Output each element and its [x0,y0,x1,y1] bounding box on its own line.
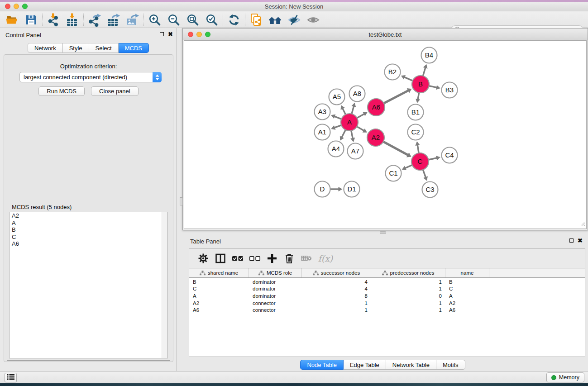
edge-A-A1[interactable] [335,125,341,128]
graph-node-D1[interactable]: D1 [344,181,360,197]
table-cell[interactable]: 1 [371,286,445,291]
result-list-item[interactable]: C [10,234,167,241]
edge-B-B2[interactable] [404,77,412,81]
tab-edge-table[interactable]: Edge Table [344,360,386,370]
result-list-item[interactable]: A2 [10,212,167,219]
import-table-button[interactable] [63,13,82,27]
table-cell[interactable]: 4 [302,286,371,291]
close-table-panel-icon[interactable]: ✖ [578,238,583,243]
graph-node-D[interactable]: D [315,181,330,197]
edge-A-A3[interactable] [335,116,342,119]
table-cell[interactable]: A [445,293,489,299]
graph-node-C2[interactable]: C2 [408,124,424,140]
edge-C-C4[interactable] [429,158,437,160]
network-canvas[interactable]: B4B2BB3A5A8A6A3AB1A1A2C2A4A7CC4C1C3DD1 [184,40,587,229]
table-cell[interactable]: C [445,286,489,291]
optimization-criterion-select[interactable]: largest connected component (directed) [19,72,162,82]
table-cell[interactable]: 1 [371,279,445,285]
import-network-button[interactable] [44,13,63,27]
resize-grip-icon[interactable] [580,220,586,228]
select-all-button[interactable] [229,251,246,266]
table-cell[interactable]: B [445,279,489,285]
network-window-titlebar[interactable]: testGlobe.txt [183,29,588,40]
zoom-fit-button[interactable] [183,13,202,27]
edge-C-C2[interactable] [417,145,419,153]
result-list-item[interactable]: A [10,219,167,227]
graph-node-C3[interactable]: C3 [422,182,438,198]
table-cell[interactable]: 8 [302,293,371,299]
graph-node-C4[interactable]: C4 [442,148,458,163]
edge-B-B4[interactable] [423,67,425,76]
table-cell[interactable]: A2 [445,300,489,306]
export-image-button[interactable] [123,13,142,27]
graph-node-A3[interactable]: A3 [315,104,330,120]
edge-A-A7[interactable] [351,131,353,138]
graph-node-B3[interactable]: B3 [442,82,458,98]
result-scrollbar[interactable] [162,212,167,358]
function-builder-button[interactable]: f(x) [315,251,336,266]
tab-mcds[interactable]: MCDS [119,43,149,53]
table-cell[interactable]: 1 [371,300,445,306]
graph-node-A7[interactable]: A7 [348,143,363,159]
zoom-out-button[interactable] [164,13,183,27]
tab-node-table[interactable]: Node Table [300,360,344,370]
hide-selected-button[interactable] [285,13,304,27]
column-header-MCDS-role[interactable]: MCDS role [249,268,302,277]
table-row[interactable]: A2connector11A2 [189,300,585,307]
tab-style[interactable]: Style [63,43,89,53]
first-neighbors-button[interactable] [266,13,285,27]
float-panel-icon[interactable] [160,32,164,36]
table-cell[interactable]: dominator [249,293,302,299]
table-row[interactable]: Cdominator41C [189,286,585,293]
table-cell[interactable]: 1 [302,300,371,306]
edge-A-A8[interactable] [352,106,354,114]
close-panel-icon[interactable]: ✖ [168,32,173,37]
graph-node-B2[interactable]: B2 [385,64,401,80]
table-cell[interactable]: connector [249,300,302,306]
graph-node-B[interactable]: B [412,76,429,93]
edge-A2-C[interactable] [383,142,408,155]
table-cell[interactable]: dominator [249,279,302,285]
export-network-button[interactable] [85,13,104,27]
graph-node-A5[interactable]: A5 [329,89,345,105]
network-graph[interactable]: B4B2BB3A5A8A6A3AB1A1A2C2A4A7CC4C1C3DD1 [184,41,586,229]
table-cell[interactable]: 4 [302,279,371,285]
deselect-all-button[interactable] [246,251,263,266]
table-row[interactable]: Adominator80A [189,292,585,300]
export-table-button[interactable] [104,13,123,27]
table-cell[interactable]: connector [249,307,302,313]
graph-node-A2[interactable]: A2 [367,129,384,146]
task-history-button[interactable] [5,373,17,382]
add-column-button[interactable] [263,251,281,266]
column-layout-button[interactable] [212,251,229,266]
open-session-button[interactable] [3,13,22,27]
edge-A6-B[interactable] [384,91,409,103]
delete-column-button[interactable] [281,251,298,266]
graph-node-A8[interactable]: A8 [349,86,365,102]
edge-B-B1[interactable] [418,93,419,100]
edge-C-C3[interactable] [423,170,425,177]
edge-A-A2[interactable] [357,127,364,131]
result-list-item[interactable]: B [10,226,167,234]
close-panel-button[interactable]: Close panel [91,86,139,96]
edge-A-A5[interactable] [343,108,346,114]
graph-node-A1[interactable]: A1 [315,124,330,140]
column-header-shared-name[interactable]: shared name [189,268,249,277]
show-all-button[interactable] [304,13,323,27]
table-cell[interactable]: A6 [445,307,489,313]
splitter-grip[interactable] [180,197,183,205]
tab-network[interactable]: Network [28,43,63,53]
float-table-panel-icon[interactable] [569,238,574,243]
edge-A-A4[interactable] [342,130,345,138]
table-cell[interactable]: A [189,293,249,299]
graph-node-A[interactable]: A [341,114,358,131]
graph-node-B4[interactable]: B4 [421,48,437,63]
column-header-successor-nodes[interactable]: successor nodes [302,268,371,277]
table-row[interactable]: Bdominator41B [189,278,585,286]
graph-node-A6[interactable]: A6 [368,99,385,116]
table-cell[interactable]: dominator [249,286,302,291]
horizontal-splitter-grip[interactable] [380,231,386,234]
tab-select[interactable]: Select [89,43,119,53]
network-from-selection-button[interactable] [247,13,266,27]
mcds-result-list[interactable]: A2ABCA6 [9,212,168,358]
